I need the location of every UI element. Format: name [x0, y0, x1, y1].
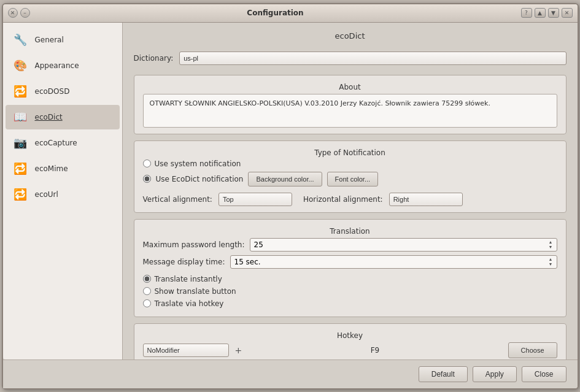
content-area: 🔧 General 🎨 Appearance 🔁 ecoDOSD 📖 ecoDi… [3, 23, 578, 359]
main-window: ✕ – Configuration ? ▲ ▼ ✕ 🔧 General 🎨 Ap… [2, 3, 579, 390]
sidebar-item-ecourl[interactable]: 🔁 ecoUrl [6, 182, 120, 207]
ecodict-notification-radio[interactable] [143, 175, 151, 183]
font-color-button[interactable]: Font color... [327, 172, 378, 186]
message-display-label: Message display time: [143, 258, 225, 266]
titlebar: ✕ – Configuration ? ▲ ▼ ✕ [3, 4, 578, 23]
alignment-row: Vertical alignment: Top Middle Bottom Ho… [143, 193, 557, 206]
sidebar-label-ecodosd: ecoDOSD [35, 87, 70, 96]
ecodict-icon: 📖 [12, 109, 29, 126]
max-password-spin-buttons: ▲ ▼ [549, 240, 553, 249]
max-password-row: Maximum password length: 25 ▲ ▼ [143, 238, 557, 252]
window-title: Configuration [30, 9, 521, 17]
message-display-up[interactable]: ▲ [549, 257, 553, 261]
background-color-button[interactable]: Background color... [248, 172, 322, 186]
hotkey-header: Hotkey [143, 330, 557, 342]
translation-header: Translation [143, 226, 557, 238]
sidebar-item-ecocapture[interactable]: 📷 ecoCapture [6, 131, 120, 155]
notification-group: Type of Notification Use system notifica… [134, 140, 566, 213]
hotkey-choose-button[interactable]: Choose [508, 342, 557, 358]
show-translate-button-label: Show translate button [155, 287, 236, 296]
general-icon: 🔧 [12, 31, 29, 48]
hotkey-row: NoModifier Ctrl Alt Shift + F9 Choose [143, 342, 557, 358]
max-password-up[interactable]: ▲ [549, 240, 553, 244]
minimize-button[interactable]: – [20, 8, 30, 18]
show-translate-button-row[interactable]: Show translate button [143, 287, 557, 296]
message-display-value: 15 sec. [234, 258, 549, 266]
system-notification-radio[interactable] [143, 159, 151, 167]
hotkey-plus: + [235, 345, 242, 355]
sidebar-label-appearance: Appearance [35, 61, 79, 70]
dictionary-select[interactable]: us-pl [179, 52, 566, 65]
close-button[interactable]: ✕ [8, 8, 18, 18]
sidebar-label-ecourl: ecoUrl [35, 190, 58, 199]
close-button-footer[interactable]: Close [522, 366, 566, 382]
translate-instantly-radio[interactable] [143, 275, 151, 283]
show-translate-button-radio[interactable] [143, 287, 151, 295]
max-password-label: Maximum password length: [143, 240, 245, 249]
hotkey-modifier-select[interactable]: NoModifier Ctrl Alt Shift [143, 344, 229, 357]
help-button[interactable]: ? [521, 8, 532, 18]
hotkey-group: Hotkey NoModifier Ctrl Alt Shift + F9 Ch… [134, 323, 566, 359]
sidebar-item-ecodict[interactable]: 📖 ecoDict [6, 105, 120, 129]
apply-button[interactable]: Apply [473, 366, 517, 382]
sidebar-label-ecocapture: ecoCapture [35, 139, 77, 147]
dictionary-row: Dictionary: us-pl [134, 52, 566, 65]
message-display-spin-buttons: ▲ ▼ [549, 257, 553, 266]
notification-options: Use system notification Use EcoDict noti… [143, 159, 557, 206]
translate-instantly-row[interactable]: Translate instantly [143, 275, 557, 283]
vertical-alignment-label: Vertical alignment: [143, 195, 212, 204]
ecomime-icon: 🔁 [12, 160, 29, 177]
system-notification-row[interactable]: Use system notification [143, 159, 557, 168]
appearance-icon: 🎨 [12, 57, 29, 74]
main-panel: ecoDict Dictionary: us-pl About OTWARTY … [123, 23, 578, 359]
about-text: OTWARTY SŁOWNIK ANGIELSKO-POLSKI(USA) V.… [143, 94, 557, 128]
sidebar-item-ecomime[interactable]: 🔁 ecoMime [6, 156, 120, 181]
ecourl-icon: 🔁 [12, 186, 29, 203]
ecodict-notification-row: Use EcoDict notification Background colo… [143, 172, 557, 186]
max-password-down[interactable]: ▼ [549, 245, 553, 249]
vertical-alignment-select[interactable]: Top Middle Bottom [218, 193, 292, 206]
message-display-down[interactable]: ▼ [549, 262, 553, 266]
translation-mode-group: Translate instantly Show translate butto… [143, 272, 557, 310]
translation-group: Translation Maximum password length: 25 … [134, 219, 566, 317]
hotkey-key-display: F9 [248, 346, 501, 355]
dictionary-label: Dictionary: [134, 54, 174, 63]
horizontal-alignment-select[interactable]: Left Center Right [389, 193, 463, 206]
ecodosd-icon: 🔁 [12, 83, 29, 100]
scroll-up-button[interactable]: ▲ [535, 8, 546, 18]
sidebar-label-ecodict: ecoDict [35, 113, 63, 121]
about-group: About OTWARTY SŁOWNIK ANGIELSKO-POLSKI(U… [134, 75, 566, 134]
sidebar-item-appearance[interactable]: 🎨 Appearance [6, 53, 120, 78]
window-close-button[interactable]: ✕ [562, 8, 573, 18]
sidebar-label-general: General [35, 36, 64, 44]
sidebar: 🔧 General 🎨 Appearance 🔁 ecoDOSD 📖 ecoDi… [3, 23, 123, 359]
sidebar-item-ecodosd[interactable]: 🔁 ecoDOSD [6, 79, 120, 104]
default-button[interactable]: Default [419, 366, 468, 382]
max-password-value: 25 [254, 240, 549, 249]
system-notification-label: Use system notification [155, 159, 241, 168]
translate-instantly-label: Translate instantly [155, 275, 222, 283]
footer: Default Apply Close [3, 359, 578, 388]
ecocapture-icon: 📷 [12, 134, 29, 152]
dictionary-dropdown-wrapper: us-pl [179, 52, 566, 65]
message-display-spinbox[interactable]: 15 sec. ▲ ▼ [230, 255, 557, 269]
sidebar-item-general[interactable]: 🔧 General [6, 28, 120, 52]
translate-via-hotkey-label: Traslate via hotkey [155, 299, 224, 308]
translate-via-hotkey-row[interactable]: Traslate via hotkey [143, 299, 557, 308]
ecodict-notification-label: Use EcoDict notification [156, 175, 244, 183]
about-header: About [143, 82, 557, 94]
titlebar-left-buttons: ✕ – [8, 8, 30, 18]
sidebar-label-ecomime: ecoMime [35, 164, 68, 173]
ecodict-section-title: ecoDict [134, 31, 566, 40]
titlebar-right-buttons: ? ▲ ▼ ✕ [521, 8, 573, 18]
scroll-down-button[interactable]: ▼ [548, 8, 559, 18]
notification-header: Type of Notification [143, 147, 557, 159]
horizontal-alignment-label: Horizontal alignment: [303, 195, 383, 204]
translate-via-hotkey-radio[interactable] [143, 299, 151, 307]
max-password-spinbox[interactable]: 25 ▲ ▼ [250, 238, 557, 252]
message-display-row: Message display time: 15 sec. ▲ ▼ [143, 255, 557, 269]
